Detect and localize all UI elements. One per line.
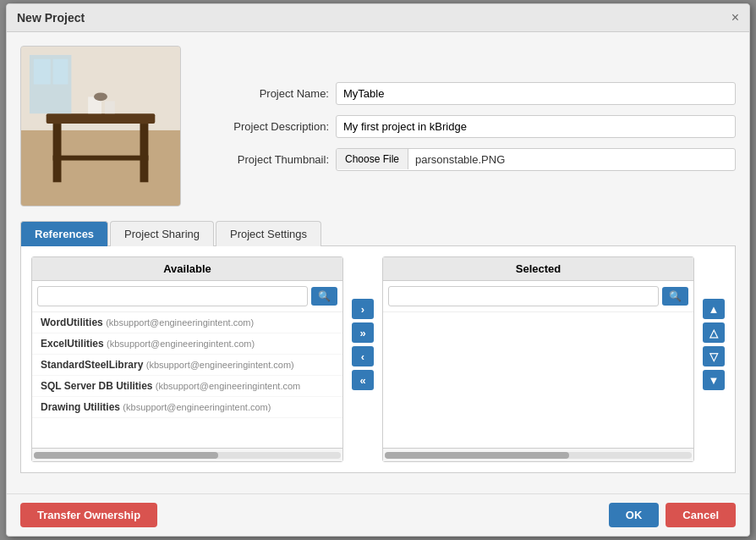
list-item[interactable]: Drawing Utilities (kbsupport@engineering…	[32, 397, 342, 418]
tab-project-sharing[interactable]: Project Sharing	[110, 221, 214, 246]
item-email: (kbsupport@engineeringintent.com	[156, 381, 300, 391]
svg-rect-12	[53, 59, 68, 85]
svg-rect-5	[140, 124, 149, 182]
available-panel: Available 🔍 WordUtilities (kbsupport@eng…	[31, 256, 343, 462]
tab-references[interactable]: References	[20, 221, 108, 246]
project-description-row: Project Description:	[198, 115, 736, 138]
move-down-button[interactable]: ▽	[703, 346, 725, 366]
dialog-body: Project Name: Project Description: Proje…	[7, 32, 749, 493]
project-thumbnail-label: Project Thumbnail:	[198, 153, 329, 166]
svg-rect-8	[105, 101, 115, 113]
svg-rect-3	[47, 113, 156, 124]
project-name-row: Project Name:	[198, 82, 736, 105]
move-right-button[interactable]: ›	[352, 299, 374, 319]
move-bottom-button[interactable]: ▼	[703, 370, 725, 390]
move-all-right-button[interactable]: »	[352, 322, 374, 343]
project-description-input[interactable]	[336, 115, 736, 138]
available-search-button[interactable]: 🔍	[311, 287, 337, 306]
list-item[interactable]: ExcelUtilities (kbsupport@engineeringint…	[32, 333, 342, 355]
move-top-button[interactable]: ▲	[703, 299, 725, 319]
transfer-ownership-button[interactable]: Transfer Ownership	[20, 503, 157, 527]
project-thumbnail-preview	[20, 46, 181, 207]
ok-button[interactable]: OK	[609, 503, 660, 527]
item-email: (kbsupport@engineeringintent.com)	[123, 402, 271, 412]
references-panel: Available 🔍 WordUtilities (kbsupport@eng…	[31, 256, 725, 462]
fields-section: Project Name: Project Description: Proje…	[198, 46, 736, 207]
available-search-input[interactable]	[37, 286, 308, 306]
file-input-wrapper: Choose File parsonstable.PNG	[336, 148, 736, 171]
project-thumbnail-row: Project Thumbnail: Choose File parsonsta…	[198, 148, 736, 171]
close-button[interactable]: ×	[731, 11, 739, 25]
dialog-title: New Project	[17, 11, 85, 25]
svg-rect-11	[34, 59, 51, 85]
dialog-footer: Transfer Ownership OK Cancel	[7, 493, 749, 536]
scrollbar-track	[34, 452, 341, 459]
available-scrollbar[interactable]	[32, 448, 342, 461]
tabs-bar: References Project Sharing Project Setti…	[20, 220, 736, 246]
available-panel-header: Available	[32, 257, 342, 281]
cancel-button[interactable]: Cancel	[666, 503, 736, 527]
scrollbar-thumb[interactable]	[34, 452, 218, 459]
available-list[interactable]: WordUtilities (kbsupport@engineeringinte…	[32, 312, 342, 448]
selected-panel-header: Selected	[383, 257, 693, 281]
project-name-input[interactable]	[336, 82, 736, 105]
svg-point-9	[94, 92, 107, 101]
svg-rect-6	[53, 156, 149, 161]
tab-project-settings[interactable]: Project Settings	[216, 221, 321, 246]
item-name: StandardSteelLibrary	[41, 359, 143, 371]
item-email: (kbsupport@engineeringintent.com)	[107, 339, 255, 349]
svg-rect-4	[53, 124, 62, 182]
move-up-button[interactable]: △	[703, 322, 725, 343]
item-email: (kbsupport@engineeringintent.com)	[146, 360, 294, 370]
project-description-label: Project Description:	[198, 120, 329, 133]
project-name-label: Project Name:	[198, 87, 329, 100]
list-item[interactable]: SQL Server DB Utilities (kbsupport@engin…	[32, 376, 342, 397]
sort-arrows: ▲ △ ▽ ▼	[703, 256, 725, 390]
transfer-arrows: › » ‹ «	[352, 256, 374, 390]
scrollbar-track	[385, 452, 692, 459]
tabs-section: References Project Sharing Project Setti…	[20, 220, 736, 473]
move-all-left-button[interactable]: «	[352, 370, 374, 390]
top-section: Project Name: Project Description: Proje…	[20, 46, 736, 207]
selected-search-button[interactable]: 🔍	[662, 287, 688, 306]
item-name: ExcelUtilities	[41, 338, 104, 350]
selected-scrollbar[interactable]	[383, 448, 693, 461]
list-item[interactable]: StandardSteelLibrary (kbsupport@engineer…	[32, 355, 342, 376]
choose-file-button[interactable]: Choose File	[337, 149, 408, 169]
item-name: WordUtilities	[41, 317, 103, 328]
item-name: SQL Server DB Utilities	[41, 380, 153, 392]
file-name-display: parsonstable.PNG	[408, 149, 512, 170]
item-email: (kbsupport@engineeringintent.com)	[106, 317, 254, 328]
move-left-button[interactable]: ‹	[352, 346, 374, 366]
new-project-dialog: New Project ×	[6, 3, 750, 537]
tab-content-references: Available 🔍 WordUtilities (kbsupport@eng…	[20, 246, 736, 473]
dialog-header: New Project ×	[7, 4, 749, 32]
item-name: Drawing Utilities	[41, 401, 120, 413]
scrollbar-thumb[interactable]	[385, 452, 569, 459]
selected-panel: Selected 🔍	[382, 256, 694, 462]
selected-search-row: 🔍	[383, 281, 693, 312]
svg-rect-2	[21, 130, 180, 206]
list-item[interactable]: WordUtilities (kbsupport@engineeringinte…	[32, 312, 342, 333]
selected-list[interactable]	[383, 312, 693, 448]
footer-right: OK Cancel	[609, 503, 736, 527]
available-search-row: 🔍	[32, 281, 342, 312]
selected-search-input[interactable]	[388, 286, 659, 306]
